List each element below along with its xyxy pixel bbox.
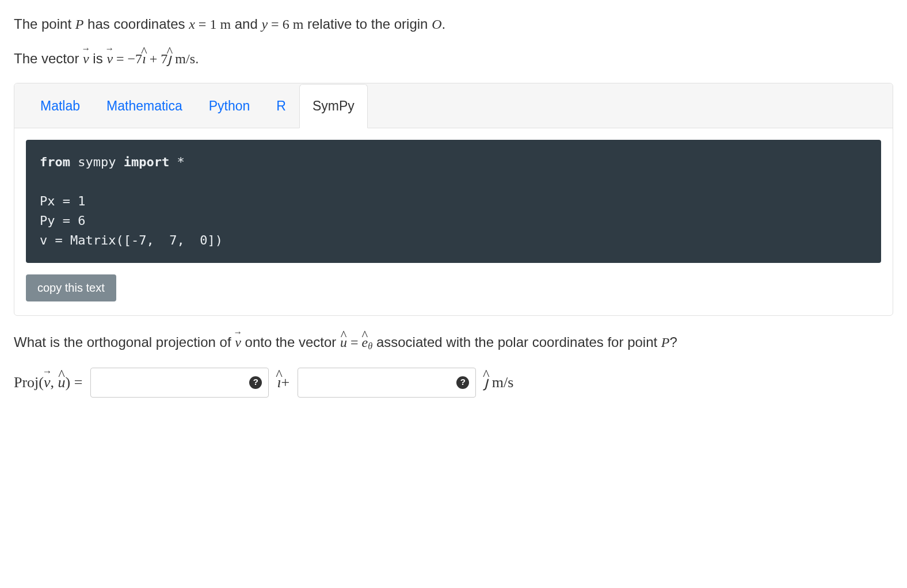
question: What is the orthogonal projection of v o… — [14, 332, 893, 354]
proj-label: Proj(v, u) = — [14, 371, 82, 394]
proj-text: ) = — [66, 374, 83, 391]
problem-line-1: The point P has coordinates x = 1 m and … — [14, 14, 893, 35]
j-hat: ȷ — [484, 371, 488, 394]
jhat-unit: ȷ m/s — [484, 371, 513, 394]
code-block: from sympy import * Px = 1 Py = 6 v = Ma… — [26, 140, 881, 263]
tab-bar: Matlab Mathematica Python R SymPy — [14, 83, 893, 128]
unit-ms: m/s — [172, 51, 195, 66]
text: ? — [670, 334, 677, 350]
y-value: 6 — [283, 17, 289, 32]
i-hat: ı — [277, 371, 281, 394]
j-hat: ȷ — [167, 48, 172, 69]
text: onto the vector — [241, 334, 340, 350]
eq: = — [195, 17, 210, 32]
unit-m: m — [216, 17, 231, 32]
tab-mathematica[interactable]: Mathematica — [93, 84, 196, 128]
text: relative to the origin — [303, 16, 432, 32]
proj-text: Proj( — [14, 374, 44, 391]
answer-row: Proj(v, u) = ? ı+ ? ȷ m/s — [14, 368, 893, 398]
text: associated with the polar coordinates fo… — [372, 334, 661, 350]
x-value: 1 — [209, 17, 216, 32]
var-x: x — [189, 17, 195, 32]
kw-from: from — [40, 155, 70, 169]
kw-import: import — [124, 155, 169, 169]
var-y: y — [261, 17, 268, 32]
text: What is the orthogonal projection of — [14, 334, 235, 350]
answer-i-input[interactable] — [90, 368, 269, 398]
input-j-wrap: ? — [298, 368, 476, 398]
var-v: v — [83, 48, 89, 69]
tab-matlab[interactable]: Matlab — [27, 84, 93, 128]
v-coef-j: + 7 — [146, 51, 168, 66]
code-line: v = Matrix([-7, 7, 0]) — [40, 233, 223, 247]
tab-r[interactable]: R — [263, 84, 299, 128]
help-icon[interactable]: ? — [249, 376, 262, 389]
answer-j-input[interactable] — [298, 368, 476, 398]
code-panel: Matlab Mathematica Python R SymPy from s… — [14, 83, 893, 316]
unit-m: m — [289, 17, 304, 32]
code-line: Py = 6 — [40, 213, 85, 228]
var-u: u — [340, 332, 347, 353]
input-i-wrap: ? — [90, 368, 269, 398]
var-P: P — [661, 335, 670, 350]
text: has coordinates — [83, 16, 189, 32]
text: The point — [14, 16, 75, 32]
text: is — [89, 51, 107, 66]
eq: = — [268, 17, 283, 32]
ihat-plus: ı+ — [277, 371, 289, 394]
problem-line-2: The vector v is v = −7ı + 7ȷ m/s. — [14, 48, 893, 69]
var-v: v — [106, 48, 113, 69]
text: The vector — [14, 51, 83, 66]
text: . — [195, 51, 199, 66]
code-text: * — [169, 155, 185, 169]
var-e-theta: e — [362, 332, 368, 353]
unit-ms: m/s — [488, 374, 513, 391]
var-v: v — [235, 332, 241, 353]
text: and — [231, 16, 261, 32]
var-P: P — [75, 17, 84, 32]
i-hat: ı — [142, 48, 146, 69]
copy-button[interactable]: copy this text — [26, 274, 116, 301]
v-coef-i: −7 — [128, 51, 143, 66]
eq: = — [347, 335, 362, 350]
var-O: O — [432, 17, 441, 32]
tab-python[interactable]: Python — [196, 84, 264, 128]
code-text: sympy — [70, 155, 124, 169]
code-line: Px = 1 — [40, 194, 85, 208]
tab-sympy[interactable]: SymPy — [299, 84, 368, 128]
var-u: u — [58, 371, 66, 394]
help-icon[interactable]: ? — [456, 376, 469, 389]
eq: = — [113, 51, 128, 66]
text: . — [441, 16, 445, 32]
var-v: v — [44, 371, 51, 394]
